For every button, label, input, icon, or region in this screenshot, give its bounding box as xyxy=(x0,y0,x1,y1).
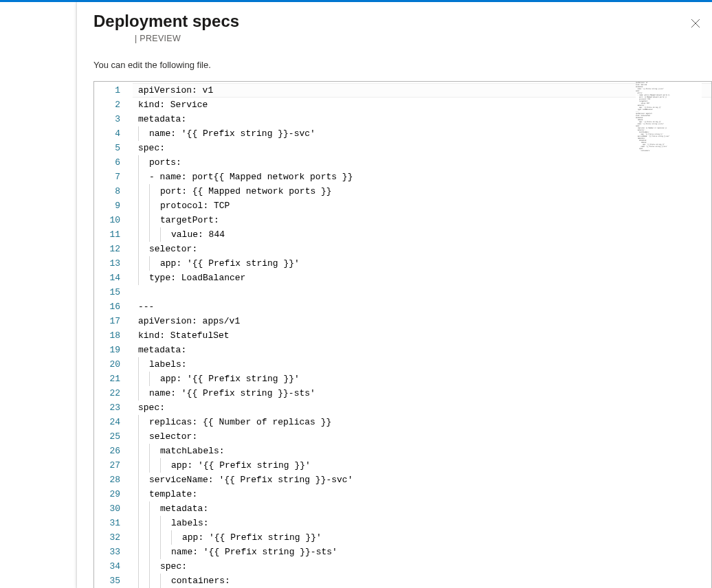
line-number: 6 xyxy=(94,155,133,170)
code-line[interactable]: apiVersion: v1 xyxy=(133,83,711,98)
code-line[interactable]: value: 844 xyxy=(133,227,711,242)
line-number: 2 xyxy=(94,98,133,112)
line-number: 32 xyxy=(94,530,133,545)
code-line[interactable]: spec: xyxy=(133,400,711,415)
code-line[interactable]: metadata: xyxy=(133,343,711,357)
code-line[interactable]: --- xyxy=(133,299,711,314)
code-line[interactable]: name: '{{ Prefix string }}-svc' xyxy=(133,126,711,141)
code-area[interactable]: apiVersion: v1kind: Servicemetadata:name… xyxy=(133,82,711,588)
code-line[interactable]: metadata: xyxy=(133,112,711,126)
line-number: 13 xyxy=(94,256,133,271)
code-text: type: LoadBalancer xyxy=(149,273,245,283)
code-text: name: '{{ Prefix string }}-svc' xyxy=(149,128,315,139)
code-text: template: xyxy=(149,489,197,499)
line-number: 9 xyxy=(94,199,133,213)
code-line[interactable]: port: {{ Mapped network ports }} xyxy=(133,184,711,199)
code-text: port: {{ Mapped network ports }} xyxy=(160,186,332,196)
code-text: kind: StatefulSet xyxy=(133,330,230,341)
line-number: 12 xyxy=(94,242,133,256)
code-line[interactable]: app: '{{ Prefix string }}' xyxy=(133,458,711,473)
code-line[interactable]: selector: xyxy=(133,429,711,444)
code-text: containers: xyxy=(171,576,230,586)
close-icon xyxy=(691,19,700,30)
panel-subtitle: | PREVIEW xyxy=(93,34,696,43)
code-text: apiVersion: apps/v1 xyxy=(133,316,240,326)
code-line[interactable]: spec: xyxy=(133,559,711,574)
code-line[interactable]: selector: xyxy=(133,242,711,256)
code-text: value: 844 xyxy=(171,229,225,240)
code-line[interactable]: replicas: {{ Number of replicas }} xyxy=(133,415,711,429)
line-number: 16 xyxy=(94,299,133,314)
minimap[interactable]: apiVersion: v1kind: Servicemetadata: nam… xyxy=(636,82,702,588)
code-line[interactable]: labels: xyxy=(133,516,711,530)
code-editor[interactable]: 1234567891011121314151617181920212223242… xyxy=(93,81,712,588)
code-text: spec: xyxy=(133,143,165,153)
code-line[interactable]: labels: xyxy=(133,357,711,372)
line-number: 22 xyxy=(94,386,133,400)
line-number: 30 xyxy=(94,501,133,516)
line-number: 5 xyxy=(94,141,133,155)
code-text: labels: xyxy=(171,518,209,528)
line-number: 1 xyxy=(94,83,133,98)
close-button[interactable] xyxy=(686,14,705,34)
code-text: app: '{{ Prefix string }}' xyxy=(182,532,322,543)
code-text: selector: xyxy=(149,431,197,442)
code-line[interactable]: name: '{{ Prefix string }}-sts' xyxy=(133,545,711,559)
code-line[interactable]: ports: xyxy=(133,155,711,170)
code-line[interactable]: template: xyxy=(133,487,711,501)
code-text: app: '{{ Prefix string }}' xyxy=(171,460,311,471)
line-number: 29 xyxy=(94,487,133,501)
code-line[interactable]: app: '{{ Prefix string }}' xyxy=(133,256,711,271)
line-number: 25 xyxy=(94,429,133,444)
code-line[interactable]: metadata: xyxy=(133,501,711,516)
line-number: 15 xyxy=(94,285,133,299)
line-number: 24 xyxy=(94,415,133,429)
code-text: apiVersion: v1 xyxy=(133,85,213,95)
code-line[interactable]: - name: port{{ Mapped network ports }} xyxy=(133,170,711,184)
code-line[interactable]: protocol: TCP xyxy=(133,199,711,213)
code-line[interactable]: apiVersion: apps/v1 xyxy=(133,314,711,328)
panel-header: Deployment specs | PREVIEW xyxy=(77,2,712,43)
line-number: 18 xyxy=(94,328,133,343)
code-line[interactable]: kind: Service xyxy=(133,98,711,112)
code-line[interactable]: name: '{{ Prefix string }}-sts' xyxy=(133,386,711,400)
code-text: replicas: {{ Number of replicas }} xyxy=(149,417,331,427)
line-number: 14 xyxy=(94,271,133,285)
code-text: labels: xyxy=(149,359,187,370)
code-line[interactable]: type: LoadBalancer xyxy=(133,271,711,285)
line-number: 17 xyxy=(94,314,133,328)
code-text: spec: xyxy=(133,403,165,413)
line-number: 10 xyxy=(94,213,133,227)
code-line[interactable]: containers: xyxy=(133,574,711,588)
vertical-scrollbar[interactable] xyxy=(702,82,711,588)
line-number: 33 xyxy=(94,545,133,559)
code-text: --- xyxy=(133,302,154,312)
code-line[interactable]: kind: StatefulSet xyxy=(133,328,711,343)
code-text: serviceName: '{{ Prefix string }}-svc' xyxy=(149,475,353,485)
code-line[interactable]: targetPort: xyxy=(133,213,711,227)
line-number: 20 xyxy=(94,357,133,372)
code-text: app: '{{ Prefix string }}' xyxy=(160,374,300,384)
line-number: 3 xyxy=(94,112,133,126)
line-number: 27 xyxy=(94,458,133,473)
code-text: matchLabels: xyxy=(160,446,225,456)
code-line[interactable] xyxy=(133,285,711,299)
line-number: 4 xyxy=(94,126,133,141)
line-number: 19 xyxy=(94,343,133,357)
code-line[interactable]: app: '{{ Prefix string }}' xyxy=(133,372,711,386)
line-number: 34 xyxy=(94,559,133,574)
code-line[interactable]: app: '{{ Prefix string }}' xyxy=(133,530,711,545)
line-number: 28 xyxy=(94,473,133,487)
code-text: metadata: xyxy=(133,345,186,355)
code-text: metadata: xyxy=(133,114,186,124)
minimap-line: containers: xyxy=(636,150,702,152)
code-text: name: '{{ Prefix string }}-sts' xyxy=(171,547,337,557)
code-line[interactable]: serviceName: '{{ Prefix string }}-svc' xyxy=(133,473,711,487)
line-number-gutter: 1234567891011121314151617181920212223242… xyxy=(94,82,133,588)
code-text: - name: port{{ Mapped network ports }} xyxy=(149,172,353,182)
line-number: 11 xyxy=(94,227,133,242)
code-line[interactable]: matchLabels: xyxy=(133,444,711,458)
line-number: 8 xyxy=(94,184,133,199)
code-text: metadata: xyxy=(160,504,208,514)
code-line[interactable]: spec: xyxy=(133,141,711,155)
